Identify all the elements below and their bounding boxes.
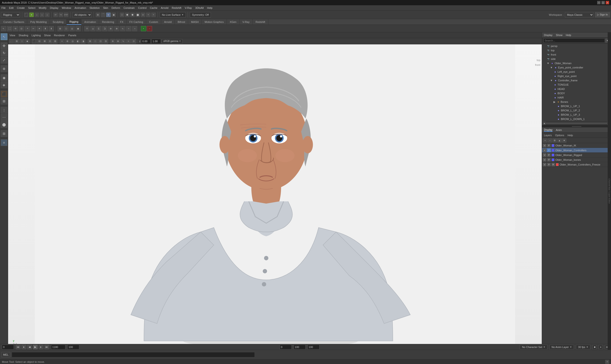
step-forward-btn[interactable]: ⏵	[39, 345, 43, 350]
layer-move-down-btn[interactable]: ▼	[562, 138, 566, 143]
outliner-head[interactable]: ◆ HEAD	[542, 87, 611, 91]
menu-modify[interactable]: Modify	[39, 6, 46, 9]
vp-layout-4[interactable]: ⊡	[48, 39, 52, 44]
tool-3[interactable]: ⬣	[130, 13, 135, 17]
vp-layout-2[interactable]: ⊟	[37, 39, 42, 44]
snap-point-icon[interactable]: ⊕	[106, 13, 110, 17]
gamma-value-2[interactable]: 1.00	[151, 39, 161, 44]
toolbar-icon-8[interactable]: ↩↩	[64, 13, 68, 17]
outliner-tongue[interactable]: ◆ TONGUE	[542, 82, 611, 87]
no-live-surface[interactable]: No Live Surface ▼	[160, 12, 186, 17]
playback-end-2-field[interactable]: 100	[308, 345, 319, 350]
rig-icon-22[interactable]: ⌁	[132, 26, 137, 31]
menu-redshift[interactable]: Redshift	[172, 6, 181, 9]
menu-skin[interactable]: Skin	[103, 6, 108, 9]
module-selector[interactable]: Rigging	[1, 12, 20, 17]
layer-move-up-btn[interactable]: ▲	[557, 138, 562, 143]
play-forward-btn[interactable]: ▶	[33, 345, 38, 350]
rig-icon-2[interactable]: ⛶	[7, 26, 12, 31]
tool-7[interactable]: +	[151, 13, 156, 17]
sign-in-button[interactable]: ▷ Sign In	[595, 12, 610, 17]
layer-p-btn[interactable]: P	[547, 163, 551, 166]
toolbar-icon-7[interactable]: ↪	[59, 13, 63, 17]
end-frame-field[interactable]: 100	[67, 345, 79, 350]
rig-icon-3[interactable]: ⟲	[13, 26, 18, 31]
vp-layout-3[interactable]: ⊠	[42, 39, 47, 44]
start-frame-field[interactable]: 0	[2, 345, 14, 350]
playback-start-field[interactable]: 0	[280, 345, 292, 350]
tab-motion-graphics[interactable]: Motion Graphics	[202, 19, 227, 25]
bone-tool-button[interactable]: ⋮	[1, 107, 7, 114]
rig-icon-1[interactable]: ↖	[1, 26, 6, 31]
toolbar-icon-2[interactable]: ●	[29, 13, 34, 17]
vp-safe-icon[interactable]: ⊡	[98, 39, 103, 44]
viewport-canvas[interactable]: y z· x persp top front	[8, 44, 542, 350]
menu-create[interactable]: Create	[17, 6, 25, 9]
rig-icon-10[interactable]: ⊞	[57, 26, 63, 31]
mel-python-toggle[interactable]: MEL	[1, 352, 10, 357]
cluster-button[interactable]: ⬤	[1, 121, 7, 128]
menu-control[interactable]: Control	[138, 6, 146, 9]
scale-tool-button[interactable]: ⤢	[1, 57, 7, 64]
layer-rigged[interactable]: V P Older_Woman_Rigged	[542, 153, 611, 157]
toolbar-icon-1[interactable]: ⬛	[24, 13, 28, 17]
rig-icon-7[interactable]: ✦	[37, 26, 42, 31]
rig-icon-23[interactable]: +	[141, 26, 146, 31]
layer-p-btn[interactable]: P	[547, 144, 551, 147]
vp-layout-1[interactable]: ⬛	[32, 39, 37, 44]
rig-icon-12[interactable]: ◎	[69, 26, 75, 31]
vp-hair-icon[interactable]: ∿	[121, 39, 126, 44]
character-set-selector[interactable]: No Character Set ▼	[520, 345, 547, 350]
toolbar-icon-4[interactable]: ⌂	[40, 13, 44, 17]
tab-sculpting[interactable]: Sculpting	[50, 19, 67, 25]
layer-v-btn[interactable]: V	[543, 158, 546, 161]
outliner-brow-l-up-2[interactable]: ◆ BROW_L_UP_2	[542, 108, 611, 113]
vp-snap-1[interactable]: ⌖	[60, 39, 65, 44]
colorspace-selector[interactable]: sRGB gamma ▼	[162, 39, 183, 43]
snap-grid-icon[interactable]: ⊞	[96, 13, 100, 17]
outliner-show-menu[interactable]: Show	[556, 34, 563, 37]
component-editor-button[interactable]: ⊞	[1, 98, 7, 104]
tab-fx[interactable]: FX	[117, 19, 127, 25]
menu-display[interactable]: Display	[50, 6, 58, 9]
tool-1[interactable]: ⬡	[120, 13, 124, 17]
layer-p-btn[interactable]: P	[547, 158, 551, 161]
outliner-display-menu[interactable]: Display	[544, 34, 553, 37]
rig-icon-18[interactable]: ⊕	[108, 26, 113, 31]
outliner-eyes-ctrl[interactable]: ▼ ◆ Eyes_point_controller	[542, 65, 611, 70]
rig-icon-24[interactable]: −	[147, 26, 152, 31]
scroll-left-btn[interactable]: ◀	[543, 122, 546, 125]
outliner-horiz-scrollbar[interactable]: ◀ ▶	[542, 122, 611, 125]
toolbar-icon-6[interactable]: ↩	[54, 13, 58, 17]
layer-p-btn[interactable]: P	[547, 149, 551, 152]
toolbar-icon-5[interactable]: ⌂	[45, 13, 49, 17]
outliner-brow-l-down-1[interactable]: ◆ BROW_L_DOWN_1	[542, 117, 611, 121]
menu-help[interactable]: Help	[207, 6, 213, 9]
menu-3dtoall[interactable]: 3DtoAll	[195, 6, 204, 9]
gamma-value-1[interactable]: 0.00	[141, 39, 151, 44]
outliner-brow-l-up-3[interactable]: ◆ BROW_L_UP_3	[542, 113, 611, 117]
outliner-hair[interactable]: ◆ HAIR	[542, 95, 611, 100]
layer-v-btn[interactable]: V	[543, 144, 546, 147]
menu-select[interactable]: Select	[28, 6, 36, 9]
rig-icon-16[interactable]: ⊏	[96, 26, 101, 31]
outliner-persp[interactable]: 📷 persp	[542, 44, 611, 48]
go-to-start-btn[interactable]: ⏮	[16, 345, 21, 350]
rig-icon-11[interactable]: ⬡	[64, 26, 69, 31]
select-tool-button[interactable]: ↖	[1, 33, 7, 40]
layer-controllers[interactable]: V P Older_Woman_Controllers	[542, 148, 611, 153]
channel-box-button[interactable]: ≡	[1, 139, 7, 146]
menu-edit[interactable]: Edit	[9, 6, 14, 9]
tab-custom[interactable]: Custom	[146, 19, 161, 25]
layer-ik[interactable]: V P Older_Woman_IK	[542, 143, 611, 148]
tab-bifrost[interactable]: Bifrost	[175, 19, 188, 25]
snap-icons-button[interactable]: ⊞	[1, 130, 7, 137]
new-layer-btn[interactable]: +	[543, 138, 547, 143]
rig-icon-21[interactable]: ≈	[126, 26, 131, 31]
vp-hud-icon[interactable]: ⊞	[88, 39, 92, 44]
viewport-menu-show[interactable]: Show	[44, 34, 51, 37]
vp-joints-icon[interactable]: ⊗	[116, 39, 120, 44]
tool-4[interactable]: ⬤	[136, 13, 140, 17]
tab-fx-caching[interactable]: FX Caching	[127, 19, 146, 25]
vp-res-icon[interactable]: ⊟	[103, 39, 108, 44]
